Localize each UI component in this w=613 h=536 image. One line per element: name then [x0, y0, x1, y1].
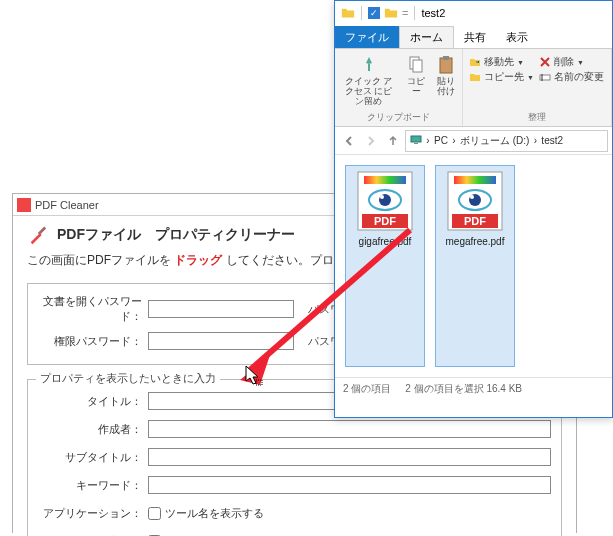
rename-button[interactable]: 名前の変更 [539, 70, 604, 84]
chevron-right-icon[interactable]: › [451, 136, 457, 146]
breadcrumb-pc[interactable]: PC [434, 135, 448, 146]
copy-icon [406, 55, 426, 75]
subtitle-label: サブタイトル： [38, 450, 148, 465]
application-label: アプリケーション： [38, 506, 148, 521]
svg-point-13 [380, 195, 384, 199]
tab-file[interactable]: ファイル [335, 26, 399, 48]
explorer-title: test2 [421, 7, 445, 19]
delete-icon [539, 56, 551, 68]
pdf-file-icon: PDF [356, 170, 414, 232]
explorer-tabs: ファイル ホーム 共有 表示 [335, 25, 612, 49]
explorer-content[interactable]: PDF gigafree.pdf PDF megafree.pdf [335, 155, 612, 377]
title-label: タイトル： [38, 394, 148, 409]
svg-rect-2 [413, 60, 422, 72]
move-icon [469, 56, 481, 68]
explorer-window: ✓ = test2 ファイル ホーム 共有 表示 クイック アクセス にピン留め… [334, 0, 613, 418]
property-group-label: プロパティを表示したいときに入力 [36, 371, 220, 386]
svg-text:PDF: PDF [374, 215, 396, 227]
breadcrumb-folder[interactable]: test2 [541, 135, 563, 146]
file-item[interactable]: PDF megafree.pdf [435, 165, 515, 367]
status-count: 2 個の項目 [343, 382, 391, 396]
nav-back-button[interactable] [339, 131, 359, 151]
paste-icon [436, 55, 456, 75]
svg-point-20 [470, 195, 474, 199]
folder-icon [341, 6, 355, 20]
open-password-input[interactable] [148, 300, 294, 318]
explorer-ribbon: クイック アクセス にピン留め コピー 貼り付け クリップボード 移動先▼ [335, 49, 612, 127]
pin-icon [359, 55, 379, 75]
pdf-file-icon: PDF [446, 170, 504, 232]
chevron-right-icon[interactable]: › [425, 136, 431, 146]
nav-forward-button[interactable] [361, 131, 381, 151]
application-cb-label: ツール名を表示する [165, 506, 264, 521]
explorer-titlebar[interactable]: ✓ = test2 [335, 1, 612, 25]
chevron-right-icon[interactable]: › [532, 136, 538, 146]
broom-icon [27, 224, 49, 246]
svg-rect-8 [414, 143, 418, 144]
copy-to-icon [469, 71, 481, 83]
svg-rect-7 [411, 136, 421, 142]
svg-rect-0 [38, 227, 46, 235]
author-label: 作成者： [38, 422, 148, 437]
file-item[interactable]: PDF gigafree.pdf [345, 165, 425, 367]
breadcrumb-volume[interactable]: ボリューム (D:) [460, 134, 529, 148]
tab-share[interactable]: 共有 [454, 26, 496, 48]
explorer-address-bar: › PC › ボリューム (D:) › test2 [335, 127, 612, 155]
file-name: gigafree.pdf [359, 236, 412, 247]
open-password-label: 文書を開くパスワード： [38, 294, 148, 324]
nav-up-button[interactable] [383, 131, 403, 151]
svg-rect-17 [454, 176, 496, 184]
perm-password-label: 権限パスワード： [38, 334, 148, 349]
svg-rect-4 [443, 56, 449, 60]
address-box[interactable]: › PC › ボリューム (D:) › test2 [405, 130, 608, 152]
pdf-app-icon [17, 198, 31, 212]
perm-password-input[interactable] [148, 332, 294, 350]
explorer-statusbar: 2 個の項目 2 個の項目を選択 16.4 KB [335, 377, 612, 399]
application-checkbox[interactable] [148, 507, 161, 520]
svg-rect-3 [440, 58, 452, 73]
paste-button[interactable]: 貼り付け [432, 53, 460, 99]
ribbon-group-organize: 整理 [465, 109, 609, 124]
pdf-heading: PDFファイル プロパティクリーナー [57, 226, 295, 244]
author-input[interactable] [148, 420, 551, 438]
keyword-input[interactable] [148, 476, 551, 494]
folder-icon [384, 6, 398, 20]
pin-button[interactable]: クイック アクセス にピン留め [337, 53, 400, 109]
copy-button[interactable]: コピー [402, 53, 430, 99]
tab-home[interactable]: ホーム [399, 26, 454, 48]
file-name: megafree.pdf [446, 236, 505, 247]
svg-text:PDF: PDF [464, 215, 486, 227]
svg-rect-10 [364, 176, 406, 184]
tab-view[interactable]: 表示 [496, 26, 538, 48]
delete-button[interactable]: 削除▼ [539, 55, 604, 69]
rename-icon [539, 71, 551, 83]
subtitle-input[interactable] [148, 448, 551, 466]
keyword-label: キーワード： [38, 478, 148, 493]
pdf-title: PDF Cleaner [35, 199, 99, 211]
status-selection: 2 個の項目を選択 16.4 KB [405, 382, 522, 396]
select-all-checkbox-icon[interactable]: ✓ [368, 7, 380, 19]
ribbon-group-clipboard: クリップボード [337, 109, 460, 124]
pc-icon [410, 134, 422, 148]
